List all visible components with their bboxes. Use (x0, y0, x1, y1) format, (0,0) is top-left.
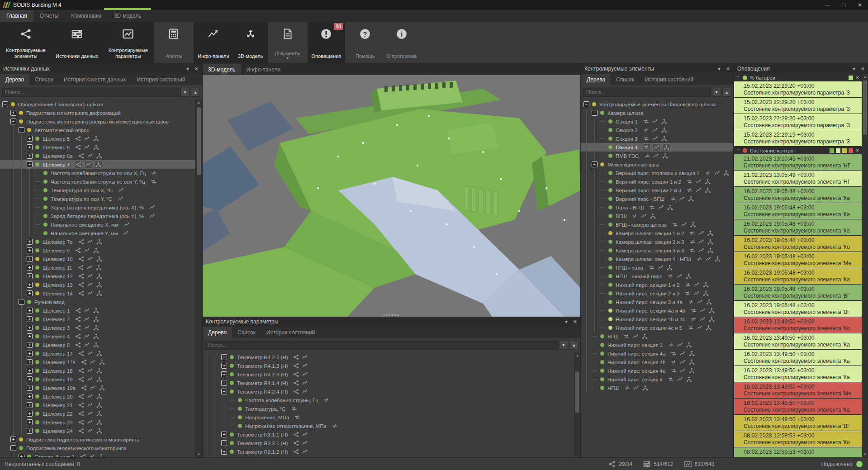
tree-item[interactable]: Верхний пирс: оголовок и секция 1 (581, 169, 733, 177)
trend-icon[interactable] (706, 256, 711, 262)
chart-icon[interactable] (302, 363, 308, 369)
tree-item[interactable]: Верхний пирс: секции 2 и 3 (581, 186, 733, 195)
hierarchy-icon[interactable] (690, 222, 696, 228)
tree-item[interactable]: +Щелемер 17 (0, 349, 195, 358)
tree-item[interactable]: ВГШ - камера шлюза (581, 220, 733, 229)
hierarchy-icon[interactable] (709, 316, 715, 322)
expand-toggle-icon[interactable]: + (27, 290, 33, 296)
hierarchy-icon[interactable] (96, 290, 102, 296)
trend-icon[interactable] (680, 351, 686, 356)
share-icon[interactable] (78, 256, 84, 262)
panel-tab[interactable]: Дерево (203, 327, 232, 338)
share-icon[interactable] (75, 342, 81, 348)
alert-entry[interactable]: 21.02.2023 13:05:49 +03:00Состояние конт… (734, 171, 862, 187)
close-button[interactable]: ✕ (852, 0, 868, 10)
hierarchy-icon[interactable] (96, 419, 102, 425)
expand-toggle-icon[interactable]: + (27, 325, 33, 331)
alert-entry[interactable]: 16.02.2023 13:49:50 +03:00Состояние конт… (734, 317, 862, 333)
transfer-icon[interactable] (685, 290, 691, 296)
trend-icon[interactable] (694, 282, 700, 288)
tree-item[interactable]: Нижний пирс: секции 2 и 3 (581, 289, 733, 298)
expand-toggle-icon[interactable]: + (27, 376, 33, 382)
collapse-panel-icon[interactable]: ▾ (853, 66, 855, 72)
expand-toggle-icon[interactable]: + (10, 110, 16, 116)
alert-entry[interactable]: 15.02.2023 22:29:20 +03:00Состояние конт… (734, 98, 862, 114)
tree-item[interactable]: Нижний пирс: секции 3 и 4а (581, 298, 733, 306)
collapse-toggle-icon[interactable]: − (592, 161, 598, 167)
collapse-toggle-icon[interactable]: − (27, 161, 33, 167)
trend-icon[interactable] (677, 273, 683, 279)
hierarchy-icon[interactable] (703, 282, 709, 288)
hierarchy-icon[interactable] (707, 230, 713, 236)
alert-entry[interactable]: 16.02.2023 13:49:50 +03:00Состояние конт… (734, 366, 862, 382)
chart-icon[interactable] (87, 376, 93, 382)
expand-toggle-icon[interactable]: + (27, 411, 33, 417)
tree-item[interactable]: Нижний пирс: секция 4b (581, 358, 733, 366)
hierarchy-icon[interactable] (707, 247, 713, 253)
alert-entry[interactable]: 21.02.2023 13:10:45 +03:00Состояние конт… (734, 154, 862, 171)
severity-filter-icon[interactable] (836, 148, 840, 153)
hierarchy-icon[interactable] (650, 213, 656, 219)
collapse-toggle-icon[interactable]: − (10, 119, 16, 124)
share-icon[interactable] (78, 376, 84, 382)
tree-item[interactable]: Пала - ВГШ (581, 203, 733, 212)
toolbar-button[interactable]: Источники данных (52, 22, 102, 63)
hierarchy-icon[interactable] (662, 153, 668, 159)
hierarchy-icon[interactable] (96, 411, 102, 417)
hierarchy-icon[interactable] (96, 153, 102, 159)
share-icon[interactable] (75, 333, 81, 339)
transfer-icon[interactable] (705, 170, 711, 176)
expand-toggle-icon[interactable]: + (27, 359, 33, 365)
expand-toggle-icon[interactable]: + (27, 153, 33, 159)
hierarchy-icon[interactable] (723, 170, 729, 176)
tree-item[interactable]: Заряд батареи передатчика (ось X), % (0, 203, 195, 212)
trend-icon[interactable] (149, 204, 155, 210)
hierarchy-icon[interactable] (99, 359, 105, 365)
alert-entry[interactable]: 16.02.2023 19:05:48 +03:00Состояние конт… (734, 236, 862, 252)
hierarchy-icon[interactable] (96, 428, 102, 434)
panel-tab[interactable]: История состояний (261, 327, 320, 338)
hierarchy-icon[interactable] (96, 265, 102, 271)
hierarchy-icon[interactable] (93, 342, 99, 348)
tree-item[interactable]: НГШ - пала (581, 263, 733, 272)
hierarchy-icon[interactable] (96, 394, 102, 399)
chart-icon[interactable] (87, 411, 93, 417)
toolbar-button[interactable]: 3D-модель (233, 22, 268, 63)
hierarchy-icon[interactable] (661, 127, 667, 133)
menu-tab[interactable]: Отчеты (33, 10, 65, 22)
expand-toggle-icon[interactable]: + (221, 449, 227, 455)
share-icon[interactable] (78, 282, 84, 288)
alert-entry[interactable]: 16.02.2023 19:05:48 +03:00Состояние конт… (734, 285, 862, 301)
tree-item[interactable]: Камера шлюза: секция 4 - НГШ (581, 255, 733, 263)
menu-tab[interactable]: Компоновки (65, 10, 108, 22)
tree-item[interactable]: Секция 2 (581, 126, 733, 134)
hierarchy-icon[interactable] (689, 359, 695, 365)
tree-item[interactable]: НГШ - нижний пирс (581, 272, 733, 280)
trend-icon[interactable] (694, 290, 700, 296)
hierarchy-icon[interactable] (667, 204, 673, 210)
transfer-icon[interactable] (687, 179, 693, 185)
chart-icon[interactable] (84, 316, 90, 322)
trend-icon[interactable] (633, 333, 639, 339)
tree-item[interactable]: Секция 3 (581, 134, 733, 143)
trend-icon[interactable] (633, 385, 639, 391)
transfer-icon[interactable] (671, 359, 677, 365)
toolbar-button[interactable]: 88Оповещения (308, 22, 346, 63)
chart-icon[interactable] (87, 351, 93, 356)
panel-tab[interactable]: Дерево (0, 74, 29, 85)
share-icon[interactable] (75, 247, 81, 253)
alert-entry[interactable]: 16.02.2023 13:49:50 +03:00Состояние конт… (734, 382, 862, 399)
share-icon[interactable] (78, 368, 84, 374)
tree-item[interactable]: Камера шлюза: секции 2 и 3 (581, 237, 733, 246)
expand-toggle-icon[interactable]: + (27, 282, 33, 288)
trend-icon[interactable] (653, 144, 660, 151)
hierarchy-icon[interactable] (663, 144, 670, 151)
tree-item[interactable]: Камера шлюза: секции 1 и 2 (581, 229, 733, 237)
share-icon[interactable] (293, 380, 299, 386)
tree-item[interactable]: +Щелемер 4 (0, 332, 195, 341)
hierarchy-icon[interactable] (705, 187, 711, 193)
alert-entry[interactable]: 08.02.2023 12:59:53 +03:00Состояние конт… (734, 431, 862, 447)
expand-toggle-icon[interactable]: + (27, 308, 33, 313)
hierarchy-icon[interactable] (96, 351, 102, 356)
search-up-icon[interactable]: ▲ (191, 88, 200, 97)
